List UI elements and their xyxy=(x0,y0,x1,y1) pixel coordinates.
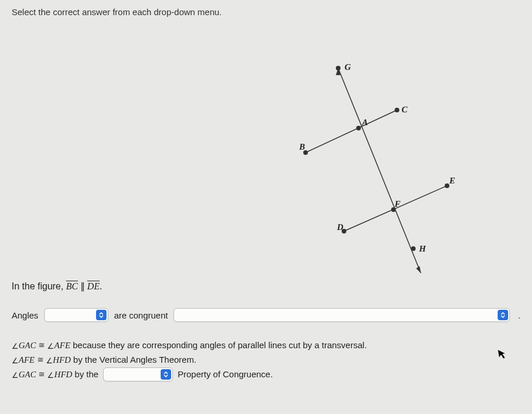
angle-symbol: ∠ xyxy=(47,371,54,380)
segment-de: DE xyxy=(87,281,100,291)
congruent-symbol: ≅ xyxy=(38,341,45,349)
angle-gac-2: GAC xyxy=(19,370,36,379)
svg-point-4 xyxy=(395,108,399,112)
angle-symbol: ∠ xyxy=(12,371,19,380)
proof-line3-suffix: Property of Congruence. xyxy=(178,367,272,381)
angle-symbol: ∠ xyxy=(12,356,19,365)
proof-line2-reason: by the Vertical Angles Theorem. xyxy=(71,355,197,365)
angle-symbol: ∠ xyxy=(47,342,54,351)
proof-line-2: ∠AFE ≅ ∠HFD by the Vertical Angles Theor… xyxy=(12,353,520,367)
updown-caret-icon xyxy=(96,310,107,320)
svg-marker-12 xyxy=(416,266,421,273)
point-label-e: E xyxy=(449,176,455,185)
angle-afe-2: AFE xyxy=(19,355,35,365)
proof-block: ∠GAC ≅ ∠AFE because they are correspondi… xyxy=(12,338,520,381)
proof-line3-bythe: by the xyxy=(72,369,98,379)
svg-line-0 xyxy=(338,68,421,273)
svg-point-7 xyxy=(445,183,449,188)
angle-hfd: HFD xyxy=(53,355,71,365)
point-label-d: D xyxy=(336,222,343,232)
congruent-symbol: ≅ xyxy=(38,370,45,378)
angle-symbol: ∠ xyxy=(46,356,53,365)
segment-bc: BC xyxy=(66,281,77,291)
label-are-congruent: are congruent xyxy=(114,310,168,320)
svg-point-5 xyxy=(356,126,361,130)
congruent-symbol: ≅ xyxy=(37,355,44,364)
angle-gac: GAC xyxy=(19,341,36,350)
given-prefix: In the figure, xyxy=(12,281,66,291)
label-angles: Angles xyxy=(12,310,38,320)
angle-hfd-2: HFD xyxy=(54,370,72,379)
proof-line1-reason: because they are corresponding angles of… xyxy=(70,340,367,350)
updown-caret-icon xyxy=(161,369,171,380)
instruction-text: Select the correct answer from each drop… xyxy=(12,7,520,17)
given-suffix: . xyxy=(100,281,102,291)
given-statement: In the figure, BC ∥ DE. xyxy=(12,281,520,292)
svg-line-2 xyxy=(344,186,447,231)
parallel-symbol: ∥ xyxy=(78,281,87,291)
point-label-b: B xyxy=(299,142,305,151)
dropdown-angles-pair[interactable] xyxy=(44,308,108,322)
point-label-c: C xyxy=(402,105,408,114)
fill-sentence-1: Angles are congruent . xyxy=(12,308,520,322)
angle-afe: AFE xyxy=(54,341,70,350)
point-label-a: A xyxy=(361,118,368,127)
sentence1-period: . xyxy=(518,310,520,320)
svg-point-10 xyxy=(411,246,416,251)
dropdown-congruent-reason[interactable] xyxy=(173,308,509,322)
proof-line-1: ∠GAC ≅ ∠AFE because they are correspondi… xyxy=(12,338,520,353)
geometry-figure-container: G C A B E F D H xyxy=(12,22,520,275)
svg-line-1 xyxy=(306,110,397,153)
updown-caret-icon xyxy=(498,310,508,320)
dropdown-property[interactable] xyxy=(103,367,173,381)
geometry-figure: G C A B E F D H xyxy=(12,22,520,275)
proof-line-3: ∠GAC ≅ ∠HFD by the Property of Congruenc… xyxy=(12,367,520,382)
point-label-h: H xyxy=(418,244,427,253)
point-label-f: F xyxy=(394,199,400,208)
angle-symbol: ∠ xyxy=(12,342,19,351)
point-label-g: G xyxy=(345,62,351,72)
